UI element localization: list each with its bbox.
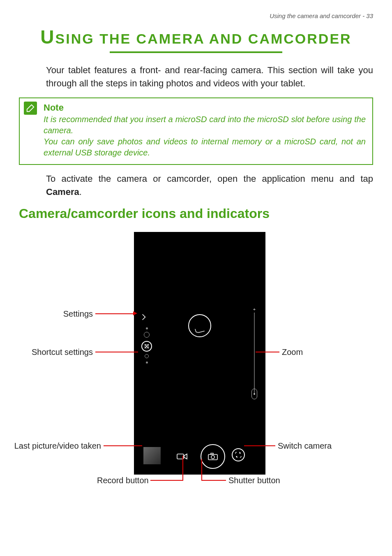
title-underline [110, 51, 282, 53]
record-button[interactable] [174, 449, 190, 464]
camera-controls [134, 438, 265, 475]
note-icon [24, 102, 37, 115]
callout-last: Last picture/video taken [7, 441, 101, 451]
figure: + Settings Shortcut settings [19, 231, 373, 498]
page-title: USING THE CAMERA AND CAMCORDER [19, 26, 373, 48]
callout-record: Record button [97, 476, 149, 485]
shortcut-main-icon[interactable] [141, 341, 152, 352]
note-body-1: It is recommended that you insert a micr… [44, 114, 366, 136]
after-note-paragraph: To activate the camera or camcorder, ope… [46, 172, 373, 199]
zoom-slider-handle[interactable] [251, 389, 257, 399]
focus-ring-icon [188, 314, 211, 337]
leader-zoom [256, 352, 279, 352]
callout-switch: Switch camera [278, 441, 332, 451]
arrow-settings [133, 311, 137, 315]
title-rest: SING THE CAMERA AND CAMCORDER [55, 31, 352, 46]
callout-settings: Settings [60, 309, 93, 319]
zoom-slider-track[interactable] [254, 313, 255, 395]
camera-viewport: + [136, 234, 263, 438]
running-head: Using the camera and camcorder - 33 [19, 12, 373, 19]
section-heading: Camera/camcorder icons and indicators [19, 206, 373, 221]
switch-camera-button[interactable] [232, 448, 245, 461]
leader-switch [244, 445, 275, 446]
leader-shortcut [95, 352, 138, 352]
callout-shutter: Shutter button [228, 476, 280, 485]
after-note-pre: To activate the camera or camcorder, ope… [46, 174, 373, 184]
leader-record-h [150, 480, 182, 481]
leader-settings [95, 313, 133, 314]
shortcut-ring-icon [144, 332, 150, 338]
note-body-2: You can only save photos and videos to i… [44, 136, 366, 158]
shortcut-dot2-icon [146, 361, 148, 364]
zoom-plus-icon: + [251, 307, 257, 312]
settings-chevron-icon[interactable] [141, 313, 146, 321]
last-picture-thumbnail[interactable] [143, 447, 161, 465]
after-note-post: . [79, 187, 82, 197]
leader-shutter-v [201, 459, 202, 481]
leader-shutter-h [202, 480, 226, 481]
svg-point-3 [211, 455, 214, 459]
camera-screenshot: + [134, 232, 265, 475]
intro-paragraph: Your tablet features a front- and rear-f… [46, 64, 373, 90]
document-page: Using the camera and camcorder - 33 USIN… [0, 0, 392, 556]
title-dropcap: U [40, 26, 55, 48]
note-box: Note It is recommended that you insert a… [19, 97, 373, 165]
shortcut-ring2-icon [145, 354, 149, 358]
callout-shortcut: Shortcut settings [27, 348, 93, 357]
note-title: Note [44, 102, 366, 113]
shortcut-dot-icon [146, 327, 148, 329]
shutter-button[interactable] [201, 444, 225, 469]
after-note-bold: Camera [46, 187, 79, 197]
shortcut-settings-column[interactable] [141, 327, 152, 366]
leader-last [104, 445, 142, 446]
leader-record-v [182, 456, 183, 481]
callout-zoom: Zoom [282, 348, 303, 357]
svg-rect-4 [211, 453, 213, 454]
